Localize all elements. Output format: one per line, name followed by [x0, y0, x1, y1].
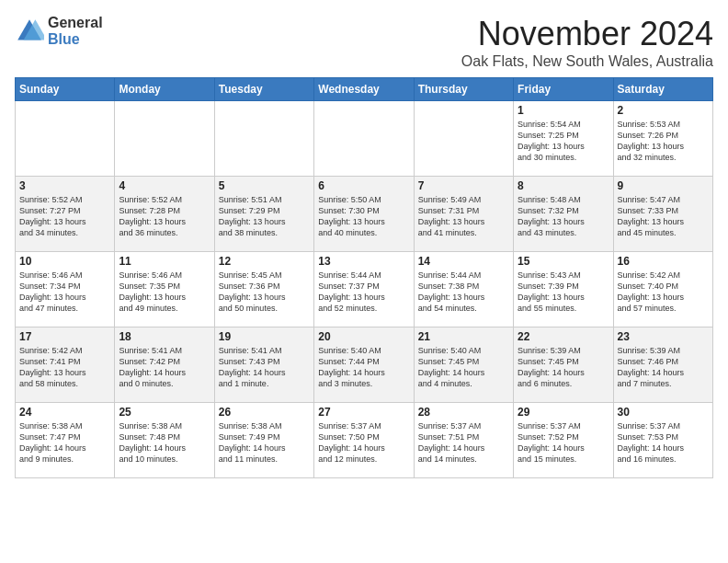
calendar-table: SundayMondayTuesdayWednesdayThursdayFrid…	[15, 77, 713, 478]
calendar-cell: 23Sunrise: 5:39 AM Sunset: 7:46 PM Dayli…	[613, 327, 712, 403]
calendar-cell: 9Sunrise: 5:47 AM Sunset: 7:33 PM Daylig…	[613, 177, 712, 252]
day-number: 19	[219, 330, 310, 343]
day-info: Sunrise: 5:45 AM Sunset: 7:36 PM Dayligh…	[219, 270, 310, 315]
weekday-header: Tuesday	[214, 78, 313, 101]
calendar-header: SundayMondayTuesdayWednesdayThursdayFrid…	[16, 78, 713, 101]
day-number: 12	[219, 255, 310, 268]
calendar-body: 1Sunrise: 5:54 AM Sunset: 7:25 PM Daylig…	[16, 101, 713, 478]
weekday-header: Thursday	[414, 78, 513, 101]
day-info: Sunrise: 5:43 AM Sunset: 7:39 PM Dayligh…	[518, 270, 609, 315]
day-info: Sunrise: 5:38 AM Sunset: 7:47 PM Dayligh…	[19, 420, 110, 465]
header-area: General Blue November 2024 Oak Flats, Ne…	[15, 15, 713, 70]
calendar-week-row: 10Sunrise: 5:46 AM Sunset: 7:34 PM Dayli…	[16, 252, 713, 327]
calendar-cell	[214, 101, 313, 177]
day-info: Sunrise: 5:51 AM Sunset: 7:29 PM Dayligh…	[219, 194, 310, 239]
day-info: Sunrise: 5:50 AM Sunset: 7:30 PM Dayligh…	[318, 194, 409, 239]
day-number: 20	[318, 330, 409, 343]
header-row: SundayMondayTuesdayWednesdayThursdayFrid…	[16, 78, 713, 101]
calendar-cell: 28Sunrise: 5:37 AM Sunset: 7:51 PM Dayli…	[414, 403, 513, 478]
day-info: Sunrise: 5:40 AM Sunset: 7:45 PM Dayligh…	[418, 345, 509, 390]
day-number: 22	[518, 330, 609, 343]
day-info: Sunrise: 5:52 AM Sunset: 7:28 PM Dayligh…	[119, 194, 210, 239]
day-info: Sunrise: 5:46 AM Sunset: 7:35 PM Dayligh…	[119, 270, 210, 315]
day-number: 24	[19, 406, 110, 419]
calendar-cell: 22Sunrise: 5:39 AM Sunset: 7:45 PM Dayli…	[514, 327, 613, 403]
day-number: 5	[219, 179, 310, 192]
day-number: 23	[618, 330, 709, 343]
month-title: November 2024	[461, 15, 713, 53]
calendar-cell: 21Sunrise: 5:40 AM Sunset: 7:45 PM Dayli…	[414, 327, 513, 403]
day-number: 29	[518, 406, 609, 419]
day-number: 25	[119, 406, 210, 419]
day-info: Sunrise: 5:38 AM Sunset: 7:49 PM Dayligh…	[219, 420, 310, 465]
day-info: Sunrise: 5:53 AM Sunset: 7:26 PM Dayligh…	[618, 119, 709, 164]
day-number: 16	[618, 255, 709, 268]
day-info: Sunrise: 5:37 AM Sunset: 7:50 PM Dayligh…	[318, 420, 409, 465]
day-info: Sunrise: 5:39 AM Sunset: 7:46 PM Dayligh…	[618, 345, 709, 390]
calendar-cell: 27Sunrise: 5:37 AM Sunset: 7:50 PM Dayli…	[314, 403, 414, 478]
calendar-cell	[414, 101, 513, 177]
day-number: 9	[618, 179, 709, 192]
calendar-cell: 5Sunrise: 5:51 AM Sunset: 7:29 PM Daylig…	[214, 177, 313, 252]
calendar-cell: 30Sunrise: 5:37 AM Sunset: 7:53 PM Dayli…	[613, 403, 712, 478]
day-number: 17	[19, 330, 110, 343]
calendar-cell	[16, 101, 115, 177]
day-info: Sunrise: 5:37 AM Sunset: 7:52 PM Dayligh…	[518, 420, 609, 465]
logo-general-text: General	[48, 15, 103, 31]
day-number: 27	[318, 406, 409, 419]
day-number: 13	[318, 255, 409, 268]
day-number: 26	[219, 406, 310, 419]
day-info: Sunrise: 5:49 AM Sunset: 7:31 PM Dayligh…	[418, 194, 509, 239]
calendar-cell: 10Sunrise: 5:46 AM Sunset: 7:34 PM Dayli…	[16, 252, 115, 327]
calendar-cell: 8Sunrise: 5:48 AM Sunset: 7:32 PM Daylig…	[514, 177, 613, 252]
calendar-cell: 11Sunrise: 5:46 AM Sunset: 7:35 PM Dayli…	[115, 252, 214, 327]
day-info: Sunrise: 5:41 AM Sunset: 7:43 PM Dayligh…	[219, 345, 310, 390]
day-number: 21	[418, 330, 509, 343]
day-info: Sunrise: 5:39 AM Sunset: 7:45 PM Dayligh…	[518, 345, 609, 390]
day-info: Sunrise: 5:42 AM Sunset: 7:40 PM Dayligh…	[618, 270, 709, 315]
calendar-cell: 16Sunrise: 5:42 AM Sunset: 7:40 PM Dayli…	[613, 252, 712, 327]
calendar-cell: 4Sunrise: 5:52 AM Sunset: 7:28 PM Daylig…	[115, 177, 214, 252]
day-info: Sunrise: 5:54 AM Sunset: 7:25 PM Dayligh…	[518, 119, 609, 164]
logo-blue-text: Blue	[48, 31, 103, 48]
day-info: Sunrise: 5:40 AM Sunset: 7:44 PM Dayligh…	[318, 345, 409, 390]
calendar-cell: 3Sunrise: 5:52 AM Sunset: 7:27 PM Daylig…	[16, 177, 115, 252]
calendar-cell: 12Sunrise: 5:45 AM Sunset: 7:36 PM Dayli…	[214, 252, 313, 327]
calendar-cell: 14Sunrise: 5:44 AM Sunset: 7:38 PM Dayli…	[414, 252, 513, 327]
day-number: 18	[119, 330, 210, 343]
weekday-header: Sunday	[16, 78, 115, 101]
calendar-cell: 6Sunrise: 5:50 AM Sunset: 7:30 PM Daylig…	[314, 177, 414, 252]
day-number: 28	[418, 406, 509, 419]
calendar-cell: 7Sunrise: 5:49 AM Sunset: 7:31 PM Daylig…	[414, 177, 513, 252]
weekday-header: Monday	[115, 78, 214, 101]
calendar-week-row: 3Sunrise: 5:52 AM Sunset: 7:27 PM Daylig…	[16, 177, 713, 252]
calendar-week-row: 24Sunrise: 5:38 AM Sunset: 7:47 PM Dayli…	[16, 403, 713, 478]
title-area: November 2024 Oak Flats, New South Wales…	[461, 15, 713, 70]
day-number: 6	[318, 179, 409, 192]
calendar-cell: 26Sunrise: 5:38 AM Sunset: 7:49 PM Dayli…	[214, 403, 313, 478]
weekday-header: Saturday	[613, 78, 712, 101]
day-number: 8	[518, 179, 609, 192]
calendar-cell: 2Sunrise: 5:53 AM Sunset: 7:26 PM Daylig…	[613, 101, 712, 177]
day-info: Sunrise: 5:37 AM Sunset: 7:53 PM Dayligh…	[618, 420, 709, 465]
day-number: 2	[618, 104, 709, 117]
day-info: Sunrise: 5:48 AM Sunset: 7:32 PM Dayligh…	[518, 194, 609, 239]
calendar-cell: 20Sunrise: 5:40 AM Sunset: 7:44 PM Dayli…	[314, 327, 414, 403]
location-title: Oak Flats, New South Wales, Australia	[461, 53, 713, 70]
calendar-cell	[115, 101, 214, 177]
calendar-cell: 18Sunrise: 5:41 AM Sunset: 7:42 PM Dayli…	[115, 327, 214, 403]
calendar-cell: 13Sunrise: 5:44 AM Sunset: 7:37 PM Dayli…	[314, 252, 414, 327]
day-info: Sunrise: 5:47 AM Sunset: 7:33 PM Dayligh…	[618, 194, 709, 239]
calendar-cell: 1Sunrise: 5:54 AM Sunset: 7:25 PM Daylig…	[514, 101, 613, 177]
logo-text: General Blue	[48, 15, 103, 47]
day-number: 7	[418, 179, 509, 192]
calendar-week-row: 17Sunrise: 5:42 AM Sunset: 7:41 PM Dayli…	[16, 327, 713, 403]
calendar-cell: 19Sunrise: 5:41 AM Sunset: 7:43 PM Dayli…	[214, 327, 313, 403]
day-info: Sunrise: 5:38 AM Sunset: 7:48 PM Dayligh…	[119, 420, 210, 465]
day-number: 1	[518, 104, 609, 117]
day-info: Sunrise: 5:37 AM Sunset: 7:51 PM Dayligh…	[418, 420, 509, 465]
calendar-cell: 17Sunrise: 5:42 AM Sunset: 7:41 PM Dayli…	[16, 327, 115, 403]
day-info: Sunrise: 5:46 AM Sunset: 7:34 PM Dayligh…	[19, 270, 110, 315]
day-info: Sunrise: 5:44 AM Sunset: 7:37 PM Dayligh…	[318, 270, 409, 315]
day-number: 30	[618, 406, 709, 419]
